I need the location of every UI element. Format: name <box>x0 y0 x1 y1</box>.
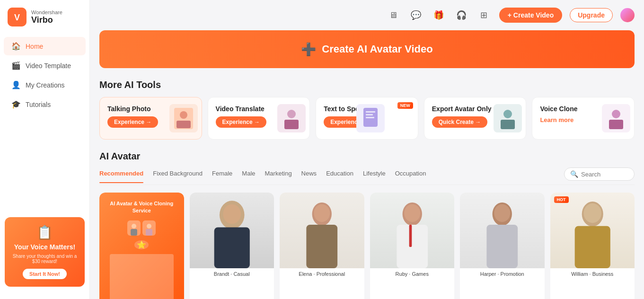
video-translate-thumb <box>277 104 306 132</box>
tool-video-translate[interactable]: Video Translate Experience → <box>208 97 310 140</box>
svg-rect-30 <box>486 225 518 268</box>
avatar-ruby[interactable]: Ruby · Games <box>370 193 455 299</box>
filter-tabs: Recommended Fixed Background Female Male… <box>99 167 635 185</box>
sidebar-item-video-template-label: Video Template <box>26 62 71 70</box>
export-avatar-btn[interactable]: Quick Create → <box>432 116 487 128</box>
svg-point-3 <box>180 111 187 119</box>
banner-label: Create AI Avatar Video <box>322 43 432 55</box>
svg-point-21 <box>223 204 241 224</box>
svg-point-31 <box>494 204 510 222</box>
grid-icon[interactable]: ⊞ <box>476 8 492 23</box>
tab-recommended[interactable]: Recommended <box>99 170 143 179</box>
svg-point-13 <box>612 110 620 118</box>
user-avatar[interactable] <box>620 8 635 22</box>
avatar-grid: AI Avatar & Voice Cloning Service ⭐ AVAT… <box>99 193 635 299</box>
tool-voice-clone[interactable]: Voice Clone Learn more <box>532 97 635 140</box>
upgrade-button[interactable]: Upgrade <box>570 8 613 22</box>
svg-rect-27 <box>409 225 412 247</box>
svg-rect-26 <box>397 225 428 268</box>
voice-clone-thumb <box>602 104 630 132</box>
avatar-william[interactable]: HOT William · Business <box>550 193 635 299</box>
avatar-promo-card[interactable]: AI Avatar & Voice Cloning Service ⭐ AVAT… <box>99 193 184 299</box>
promo-star-icon: ⭐ <box>134 240 149 249</box>
sidebar-item-home[interactable]: 🏠 Home <box>4 37 86 55</box>
avatar-search-input[interactable] <box>581 171 628 178</box>
tab-news[interactable]: News <box>301 170 317 179</box>
avatar-harper-name: Harper · Promotion <box>460 268 545 280</box>
search-icon: 🔍 <box>570 170 578 178</box>
tool-text-to-speech[interactable]: Text to Speech NEW Experience → <box>316 97 418 140</box>
promo-mini-avatars <box>127 220 156 236</box>
avatar-brandt-image <box>190 193 274 268</box>
avatar-customization-button[interactable]: AVATAR CUSTOMIZATION » <box>110 254 174 299</box>
promo-illustration: 📋 <box>10 225 79 240</box>
ai-avatar-title: AI Avatar <box>99 151 635 162</box>
svg-rect-16 <box>131 229 137 236</box>
more-ai-tools-title: More AI Tools <box>99 79 635 90</box>
svg-point-17 <box>147 224 151 229</box>
svg-rect-12 <box>501 120 515 129</box>
avatar-harper[interactable]: Harper · Promotion <box>460 193 545 299</box>
svg-rect-33 <box>574 226 610 268</box>
create-video-button[interactable]: + Create Video <box>499 8 562 23</box>
export-avatar-thumb <box>494 104 522 132</box>
monitor-icon[interactable]: 🖥 <box>386 8 401 23</box>
ai-avatar-section: AI Avatar Recommended Fixed Background F… <box>99 151 635 299</box>
svg-point-34 <box>583 203 601 223</box>
video-translate-btn[interactable]: Experience → <box>216 116 266 128</box>
avatar-william-name: William · Business <box>550 268 635 280</box>
home-icon: 🏠 <box>11 42 21 51</box>
tutorials-icon: 🎓 <box>11 100 21 109</box>
headset-icon[interactable]: 🎧 <box>454 8 469 23</box>
tab-lifestyle[interactable]: Lifestyle <box>363 170 386 179</box>
talking-photo-thumb <box>169 104 198 132</box>
tab-marketing[interactable]: Marketing <box>265 170 292 179</box>
tab-female[interactable]: Female <box>212 170 232 179</box>
promo-start-button[interactable]: Start It Now! <box>23 269 67 279</box>
svg-point-28 <box>404 204 420 222</box>
avatar-william-image <box>550 193 635 268</box>
avatar-elena-name: Elena · Professional <box>280 268 364 280</box>
avatar-promo-title: AI Avatar & Voice Cloning Service <box>107 200 176 215</box>
topbar: 🖥 💬 🎁 🎧 ⊞ + Create Video Upgrade <box>99 8 635 23</box>
tab-male[interactable]: Male <box>242 170 255 179</box>
avatar-search-box[interactable]: 🔍 <box>564 167 635 181</box>
avatar-ruby-name: Ruby · Games <box>370 268 455 280</box>
chat-icon[interactable]: 💬 <box>408 8 423 23</box>
app-name: Virbo <box>31 15 62 25</box>
tab-fixed-background[interactable]: Fixed Background <box>153 170 203 179</box>
svg-rect-8 <box>366 111 375 113</box>
hot-badge: HOT <box>554 196 569 203</box>
avatar-elena[interactable]: Elena · Professional <box>280 193 364 299</box>
tab-occupation[interactable]: Occupation <box>395 170 426 179</box>
create-ai-avatar-banner[interactable]: ➕ Create AI Avatar Video <box>99 30 635 68</box>
tool-export-avatar[interactable]: Export Avatar Only Quick Create → <box>424 97 527 140</box>
svg-rect-4 <box>176 121 191 128</box>
svg-rect-23 <box>306 225 337 268</box>
svg-rect-18 <box>146 229 152 236</box>
talking-photo-btn[interactable]: Experience → <box>107 116 158 128</box>
new-badge: NEW <box>397 102 413 109</box>
gift-icon[interactable]: 🎁 <box>431 8 446 23</box>
tab-education[interactable]: Education <box>326 170 353 179</box>
avatar-brandt[interactable]: Brandt · Casual <box>190 193 274 299</box>
svg-point-24 <box>314 204 330 222</box>
svg-point-5 <box>287 110 296 118</box>
sidebar-item-video-template[interactable]: 🎬 Video Template <box>4 56 86 75</box>
svg-rect-6 <box>284 120 299 129</box>
promo-title: Your Voice Matters! <box>10 243 79 251</box>
svg-rect-10 <box>366 117 374 118</box>
sidebar-item-tutorials[interactable]: 🎓 Tutorials <box>4 95 86 114</box>
sidebar-item-my-creations[interactable]: 👤 My Creations <box>4 76 86 94</box>
more-ai-tools-section: More AI Tools Talking Photo Experience →… <box>99 79 635 140</box>
svg-rect-14 <box>609 120 623 129</box>
svg-rect-20 <box>214 228 249 268</box>
logo-area: V Wondershare Virbo <box>0 8 89 36</box>
sidebar: V Wondershare Virbo 🏠 Home 🎬 Video Templ… <box>0 0 90 299</box>
text-to-speech-thumb <box>356 104 385 132</box>
tool-talking-photo[interactable]: Talking Photo Experience → <box>99 97 202 140</box>
svg-text:V: V <box>14 13 20 22</box>
brand-name: Wondershare <box>31 9 62 15</box>
svg-point-15 <box>132 224 136 229</box>
main-content: 🖥 💬 🎁 🎧 ⊞ + Create Video Upgrade ➕ Creat… <box>90 0 644 299</box>
